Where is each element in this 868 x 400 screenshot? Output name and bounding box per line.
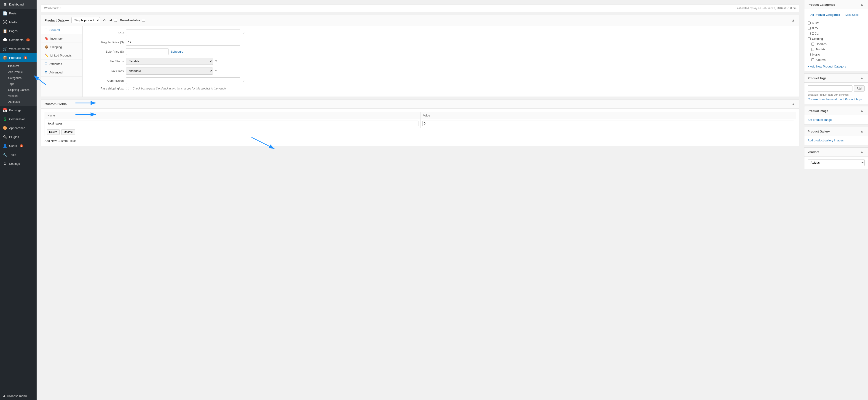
collapse-menu-button[interactable]: ◀ Collapse menu	[0, 392, 37, 400]
list-item: Albums	[808, 57, 865, 62]
cat-albums-checkbox[interactable]	[811, 58, 814, 61]
submenu-attributes[interactable]: Attributes	[0, 99, 37, 105]
sku-help-icon[interactable]: ?	[243, 31, 244, 35]
schedule-link[interactable]: Schedule	[171, 50, 183, 53]
tab-inventory[interactable]: 🔖 Inventory	[41, 34, 82, 43]
cat-hoodies-checkbox[interactable]	[811, 42, 814, 46]
cf-delete-button[interactable]: Delete	[46, 129, 60, 135]
comments-icon: 💬	[3, 38, 7, 42]
product-gallery-body: Add product gallery images	[804, 136, 868, 145]
sidebar-item-users[interactable]: 👤 Users 3	[0, 141, 37, 150]
cat-tshirts-checkbox[interactable]	[811, 48, 814, 51]
vendors-header: Vendors ▲	[804, 148, 868, 156]
right-sidebar: Product Categories ▲ All Product Categor…	[804, 0, 868, 400]
virtual-checkbox[interactable]	[114, 19, 117, 22]
product-image-header: Product Image ▲	[804, 106, 868, 115]
sidebar-item-dashboard[interactable]: ⊞ Dashboard	[0, 0, 37, 9]
tab-linked-products[interactable]: ✏️ Linked Products	[41, 51, 82, 60]
tags-input[interactable]	[808, 85, 852, 91]
sidebar-item-products[interactable]: 📦 Products 3	[0, 53, 37, 62]
vendors-collapse[interactable]: ▲	[859, 150, 865, 154]
tab-advanced[interactable]: ⚙ Advanced	[41, 68, 82, 77]
categories-collapse[interactable]: ▲	[859, 2, 865, 7]
sale-price-input[interactable]	[126, 48, 168, 55]
sidebar-item-commission[interactable]: 💲 Commission	[0, 115, 37, 123]
submenu-vendors[interactable]: Vendors	[0, 93, 37, 99]
sku-input[interactable]	[126, 30, 240, 36]
cf-update-button[interactable]: Update	[61, 129, 75, 135]
pass-shipping-checkbox[interactable]	[126, 87, 129, 90]
tax-status-row: Tax Status Taxable Shipping only None ?	[87, 58, 795, 65]
commission-help-icon[interactable]: ?	[243, 79, 244, 83]
submenu-categories[interactable]: Categories	[0, 75, 37, 81]
regular-price-input[interactable]	[126, 39, 240, 46]
product-categories-header: Product Categories ▲	[804, 0, 868, 9]
submenu-shipping-classes[interactable]: Shipping Classes	[0, 87, 37, 93]
product-tags-title: Product Tags	[808, 77, 826, 80]
vendors-select[interactable]: Adidas Nike Puma	[808, 159, 865, 166]
add-gallery-images-link[interactable]: Add product gallery images	[808, 139, 844, 142]
cf-col-value: Value	[420, 112, 796, 119]
sidebar-item-posts[interactable]: 📄 Posts	[0, 9, 37, 18]
posts-icon: 📄	[3, 11, 7, 16]
word-count-right: Last edited by roy on February 2, 2016 a…	[736, 7, 797, 10]
submenu-products-list[interactable]: Products	[0, 63, 37, 69]
add-new-category-link[interactable]: + Add New Product Category	[808, 65, 865, 68]
tags-collapse[interactable]: ▲	[859, 76, 865, 80]
general-icon: ☰	[44, 28, 48, 32]
submenu-add-product[interactable]: Add Product	[0, 69, 37, 75]
tax-status-select[interactable]: Taxable Shipping only None	[126, 58, 213, 65]
sidebar-item-label: Commission	[9, 117, 26, 121]
cf-value-input[interactable]	[422, 121, 794, 126]
sidebar-item-label: Plugins	[9, 135, 19, 139]
downloadable-label: Downloadable:	[120, 19, 145, 22]
submenu-tags[interactable]: Tags	[0, 81, 37, 87]
tab-attributes[interactable]: ☰ Attributes	[41, 60, 82, 68]
sale-price-label: Sale Price ($)	[87, 50, 124, 53]
vendors-body: Adidas Nike Puma	[804, 156, 868, 169]
sidebar-item-settings[interactable]: ⚙ Settings	[0, 159, 37, 168]
product-data-collapse[interactable]: ▲	[790, 18, 796, 22]
commission-input[interactable]	[126, 77, 240, 84]
cat-b-cat-checkbox[interactable]	[808, 27, 811, 30]
product-image-box: Product Image ▲ Set product image	[804, 106, 868, 124]
product-type-select[interactable]: Simple product	[71, 17, 100, 23]
custom-fields-title: Custom Fields	[44, 102, 66, 106]
sidebar-item-bookings[interactable]: 📅 Bookings	[0, 106, 37, 115]
list-item: Clothing	[808, 36, 865, 41]
cat-z-cat-checkbox[interactable]	[808, 32, 811, 35]
cat-music-checkbox[interactable]	[808, 53, 811, 56]
sidebar-item-tools[interactable]: 🔧 Tools	[0, 150, 37, 159]
tab-all-categories[interactable]: All Product Categories	[808, 12, 843, 18]
sidebar-item-woocommerce[interactable]: 🛒 WooCommerce	[0, 45, 37, 53]
most-used-tags-link[interactable]: Choose from the most used Product tags	[808, 97, 862, 101]
sku-row: SKU ?	[87, 30, 795, 36]
plugins-icon: 🔌	[3, 135, 7, 139]
general-tab-content: SKU ? Regular Price ($) Sale Price ($)	[83, 26, 799, 96]
cf-name-input[interactable]	[46, 121, 418, 126]
tags-add-button[interactable]: Add	[854, 85, 865, 91]
sidebar-item-media[interactable]: 🖼 Media	[0, 18, 37, 27]
sale-price-container: Schedule	[126, 48, 183, 55]
tax-class-select[interactable]: Standard Reduced rate Zero rate	[126, 67, 213, 75]
regular-price-label: Regular Price ($)	[87, 40, 124, 44]
sidebar-item-comments[interactable]: 💬 Comments 1	[0, 35, 37, 45]
tab-shipping[interactable]: 📦 Shipping	[41, 43, 82, 51]
image-collapse[interactable]: ▲	[859, 109, 865, 113]
tab-most-used[interactable]: Most Used	[843, 12, 861, 18]
tab-general-label: General	[50, 28, 60, 32]
sidebar-item-appearance[interactable]: 🎨 Appearance	[0, 123, 37, 133]
sidebar-item-pages[interactable]: 📋 Pages	[0, 27, 37, 35]
downloadable-checkbox[interactable]	[142, 19, 145, 22]
tax-status-help-icon[interactable]: ?	[215, 59, 217, 63]
tax-class-help-icon[interactable]: ?	[215, 69, 217, 73]
gallery-collapse[interactable]: ▲	[859, 129, 865, 134]
cat-a-cat-checkbox[interactable]	[808, 22, 811, 25]
tab-advanced-label: Advanced	[50, 71, 63, 74]
cat-clothing-checkbox[interactable]	[808, 37, 811, 40]
linked-icon: ✏️	[44, 54, 49, 57]
custom-fields-collapse[interactable]: ▲	[790, 102, 796, 106]
set-product-image-link[interactable]: Set product image	[808, 118, 832, 121]
tab-general[interactable]: ☰ General	[41, 26, 82, 34]
sidebar-item-plugins[interactable]: 🔌 Plugins	[0, 133, 37, 141]
